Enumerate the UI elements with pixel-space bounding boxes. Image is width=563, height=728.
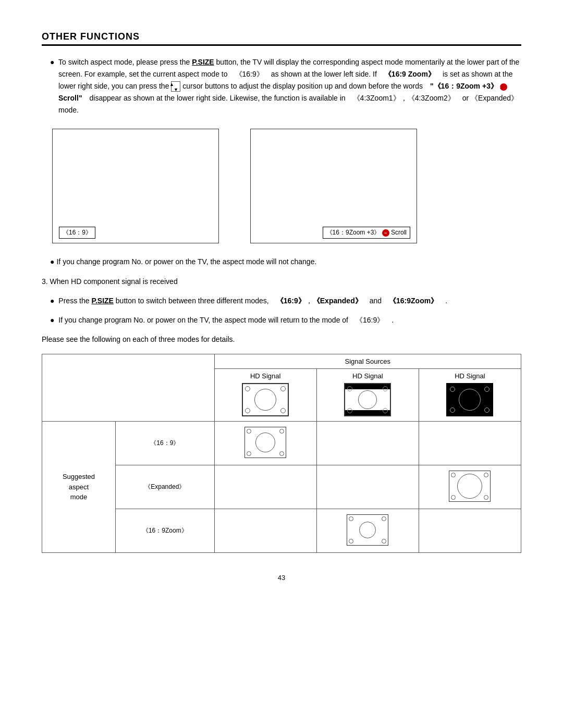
bullet1-section: To switch aspect mode, please press the … bbox=[42, 56, 521, 116]
diagram-right: 《16：9Zoom +3》 − Scroll bbox=[250, 129, 417, 243]
bullet4-section: If you change program No. or power on th… bbox=[42, 314, 521, 326]
cell-16-9-col2 bbox=[316, 421, 419, 465]
cell-expanded-col2 bbox=[316, 465, 419, 509]
numbered3-text: 3. When HD component signal is received bbox=[42, 276, 521, 288]
page-number: 43 bbox=[42, 574, 521, 582]
bullet3-section: Press the P.SIZE button to switch betwee… bbox=[42, 295, 521, 307]
col2-label: HD Signal bbox=[319, 372, 417, 380]
mode-return-16-9: 《16:9》 bbox=[356, 316, 384, 324]
psize-label2: P.SIZE bbox=[91, 297, 114, 305]
col1-header: HD Signal bbox=[214, 368, 316, 421]
bullet1-text: To switch aspect mode, please press the … bbox=[50, 56, 521, 116]
mode-43zoom1: 《4:3Zoom1》 bbox=[353, 94, 400, 102]
diagrams-row: 《16：9》 《16：9Zoom +3》 − Scroll bbox=[52, 129, 521, 243]
col3-label: HD Signal bbox=[421, 372, 519, 380]
bullet4-text: If you change program No. or power on th… bbox=[50, 314, 521, 326]
numbered-section: 3. When HD component signal is received bbox=[42, 276, 521, 288]
cell-16-9-col1 bbox=[214, 421, 316, 465]
mode-16-9-zoom: 《16:9 Zoom》 bbox=[384, 70, 435, 78]
bullet2-text: If you change program No. or power on th… bbox=[50, 256, 521, 268]
table-empty-header bbox=[42, 354, 215, 421]
signal-sources-header: Signal Sources bbox=[214, 354, 521, 368]
cell-expanded-col3 bbox=[419, 465, 521, 509]
tv-diagram-col1-row0 bbox=[242, 383, 289, 416]
mode-row-16-9zoom-label: 《16：9Zoom》 bbox=[116, 509, 215, 552]
tv-16-9zoom-col2 bbox=[347, 514, 388, 546]
bullet3-text: Press the P.SIZE button to switch betwee… bbox=[50, 295, 521, 307]
diagram-left: 《16：9》 bbox=[52, 129, 219, 243]
cell-expanded-col1 bbox=[214, 465, 316, 509]
col3-header: HD Signal bbox=[419, 368, 521, 421]
diagram-right-label: 《16：9Zoom +3》 − Scroll bbox=[323, 227, 410, 239]
cell-16-9zoom-col3 bbox=[419, 509, 521, 552]
cursor-buttons: ▲▼ bbox=[171, 81, 180, 92]
mode-row-expanded-label: 《Expanded》 bbox=[116, 465, 215, 509]
cell-16-9zoom-col1 bbox=[214, 509, 316, 552]
tv-diagram-col2-row0 bbox=[344, 383, 391, 416]
mode-b-16-9: 《16:9》 bbox=[276, 297, 305, 305]
tv-diagram-col3-row0 bbox=[446, 383, 493, 416]
scroll-circle-icon: − bbox=[382, 229, 389, 237]
cell-16-9-col3 bbox=[419, 421, 521, 465]
bullet2-section: If you change program No. or power on th… bbox=[42, 256, 521, 268]
tv-expanded-col3 bbox=[449, 471, 491, 502]
mode-16-9: 《16:9》 bbox=[235, 70, 264, 78]
mode-expanded: 《Expanded》 bbox=[471, 94, 518, 102]
psize-label1: P.SIZE bbox=[192, 58, 214, 66]
table-row-16-9: Suggestedaspectmode 《16：9》 bbox=[42, 421, 521, 465]
suggested-aspect-mode-label: Suggestedaspectmode bbox=[42, 421, 116, 552]
mode-b-16-9zoom: 《16:9Zoom》 bbox=[389, 297, 438, 305]
page-title: OTHER FUNCTIONS bbox=[42, 31, 521, 46]
cell-16-9zoom-col2 bbox=[316, 509, 419, 552]
signal-table: Signal Sources HD Signal HD Signal bbox=[42, 354, 521, 553]
col1-label: HD Signal bbox=[217, 372, 314, 380]
tv-small-16-9-col1 bbox=[244, 427, 286, 458]
mode-b-expanded: 《Expanded》 bbox=[313, 297, 362, 305]
table-intro-text: Please see the following on each of thre… bbox=[42, 334, 521, 346]
mode-row-16-9-label: 《16：9》 bbox=[116, 421, 215, 465]
mode-43zoom2: 《4:3Zoom2》 bbox=[408, 94, 455, 102]
col2-header: HD Signal bbox=[316, 368, 419, 421]
diagram-left-label: 《16：9》 bbox=[59, 227, 95, 239]
